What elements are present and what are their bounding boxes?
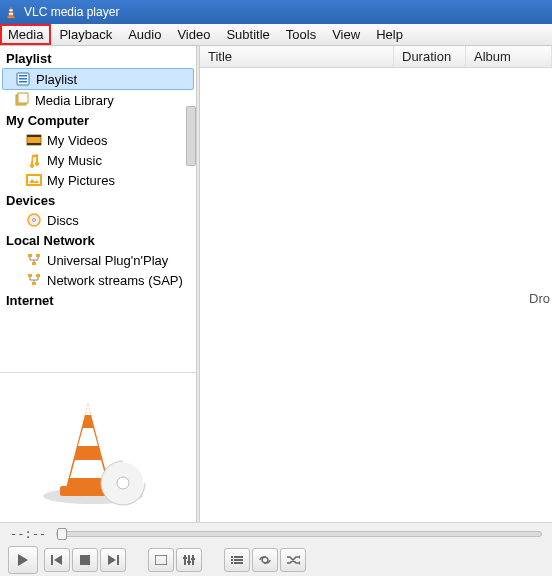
svg-marker-27	[70, 460, 106, 478]
svg-rect-48	[231, 562, 233, 564]
play-icon	[17, 553, 29, 567]
column-header-duration[interactable]: Duration	[394, 46, 466, 67]
vlc-cone-icon	[38, 388, 158, 508]
sidebar-item-label: My Videos	[47, 133, 107, 148]
sidebar-item-media-library[interactable]: Media Library	[0, 90, 196, 110]
menu-media[interactable]: Media	[0, 24, 51, 45]
window-title: VLC media player	[24, 5, 119, 19]
sidebar-section-local-network: Local Network	[0, 230, 196, 250]
title-bar: VLC media player	[0, 0, 552, 24]
album-art-panel	[0, 372, 196, 522]
menu-tools[interactable]: Tools	[278, 24, 324, 45]
svg-marker-31	[18, 554, 28, 566]
svg-rect-39	[188, 555, 190, 565]
seek-slider[interactable]	[56, 531, 542, 537]
prev-icon	[51, 555, 63, 565]
menu-bar: Media Playback Audio Video Subtitle Tool…	[0, 24, 552, 46]
video-folder-icon	[26, 132, 42, 148]
sidebar-scrollbar-thumb[interactable]	[186, 106, 196, 166]
svg-marker-51	[299, 561, 300, 565]
svg-rect-43	[191, 558, 195, 560]
svg-rect-47	[234, 559, 243, 561]
drop-hint-text: Dro	[529, 291, 550, 306]
next-button[interactable]	[100, 548, 126, 572]
column-header-album[interactable]: Album	[466, 46, 552, 67]
disc-icon	[26, 212, 42, 228]
sidebar-item-label: Playlist	[36, 72, 77, 87]
svg-rect-41	[183, 557, 187, 559]
sidebar-item-label: Discs	[47, 213, 79, 228]
loop-button[interactable]	[252, 548, 278, 572]
svg-marker-25	[85, 403, 91, 415]
svg-rect-18	[36, 254, 40, 257]
menu-playback[interactable]: Playback	[51, 24, 120, 45]
network-icon	[26, 272, 42, 288]
extended-settings-icon	[183, 555, 195, 565]
menu-view[interactable]: View	[324, 24, 368, 45]
fullscreen-button[interactable]	[148, 548, 174, 572]
sidebar-section-devices: Devices	[0, 190, 196, 210]
menu-video[interactable]: Video	[169, 24, 218, 45]
previous-button[interactable]	[44, 548, 70, 572]
play-button[interactable]	[8, 546, 38, 574]
sidebar-item-my-pictures[interactable]: My Pictures	[0, 170, 196, 190]
svg-rect-9	[18, 93, 28, 103]
svg-marker-33	[54, 555, 62, 565]
svg-rect-44	[231, 556, 233, 558]
menu-subtitle[interactable]: Subtitle	[218, 24, 277, 45]
svg-rect-19	[32, 262, 36, 265]
svg-rect-11	[27, 135, 41, 137]
vlc-app-icon	[4, 5, 18, 19]
svg-rect-32	[51, 555, 53, 565]
svg-rect-38	[184, 555, 186, 565]
svg-rect-36	[117, 555, 119, 565]
sidebar-item-label: Universal Plug'n'Play	[47, 253, 168, 268]
sidebar-item-label: My Pictures	[47, 173, 115, 188]
network-icon	[26, 252, 42, 268]
svg-rect-12	[27, 143, 41, 145]
svg-point-16	[33, 219, 36, 222]
menu-audio[interactable]: Audio	[120, 24, 169, 45]
time-bar: --:--	[0, 522, 552, 544]
sidebar-item-sap[interactable]: Network streams (SAP)	[0, 270, 196, 290]
svg-marker-50	[299, 555, 300, 559]
sidebar-section-internet: Internet	[0, 290, 196, 310]
svg-rect-17	[28, 254, 32, 257]
sidebar-item-discs[interactable]: Discs	[0, 210, 196, 230]
svg-rect-7	[19, 81, 27, 83]
menu-help[interactable]: Help	[368, 24, 411, 45]
shuffle-icon	[286, 555, 300, 565]
svg-rect-22	[32, 282, 36, 285]
loop-icon	[258, 555, 272, 565]
sidebar-item-my-music[interactable]: My Music	[0, 150, 196, 170]
svg-rect-2	[9, 9, 13, 11]
sidebar-item-label: Media Library	[35, 93, 114, 108]
stop-icon	[80, 555, 90, 565]
music-folder-icon	[26, 152, 42, 168]
sidebar-item-my-videos[interactable]: My Videos	[0, 130, 196, 150]
svg-rect-37	[155, 555, 167, 565]
toggle-playlist-button[interactable]	[224, 548, 250, 572]
svg-rect-20	[28, 274, 32, 277]
fullscreen-icon	[155, 555, 167, 565]
sidebar-item-upnp[interactable]: Universal Plug'n'Play	[0, 250, 196, 270]
column-header-title[interactable]: Title	[200, 46, 394, 67]
next-icon	[107, 555, 119, 565]
media-library-icon	[14, 92, 30, 108]
svg-rect-3	[9, 13, 13, 15]
playlist-toggle-icon	[231, 555, 243, 565]
extended-settings-button[interactable]	[176, 548, 202, 572]
playlist-column-headers: Title Duration Album	[200, 46, 552, 68]
playlist-icon	[15, 71, 31, 87]
playlist-view: Title Duration Album Dro	[200, 46, 552, 522]
pictures-folder-icon	[26, 172, 42, 188]
svg-rect-13	[27, 175, 41, 185]
shuffle-button[interactable]	[280, 548, 306, 572]
svg-rect-21	[36, 274, 40, 277]
svg-rect-34	[80, 555, 90, 565]
svg-marker-35	[108, 555, 116, 565]
stop-button[interactable]	[72, 548, 98, 572]
sidebar-item-playlist[interactable]: Playlist	[2, 68, 194, 90]
svg-rect-42	[187, 561, 191, 563]
seek-knob[interactable]	[57, 528, 67, 540]
